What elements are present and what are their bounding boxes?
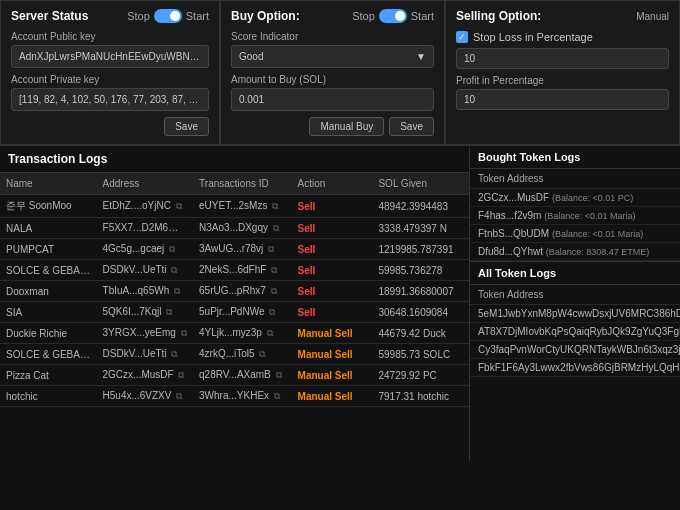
- token-address: FbkF1F6Ay3Lwwx2fbVws86GjBRMzHyLQqHcH5miB: [478, 362, 680, 373]
- cell-address: DSDkV...UeTti ⧉: [97, 344, 194, 365]
- copy-icon[interactable]: ⧉: [174, 286, 180, 296]
- server-status-title: Server Status: [11, 9, 88, 23]
- score-indicator-label: Score Indicator: [231, 31, 434, 42]
- cell-sol: 59985.736278: [372, 260, 469, 281]
- all-token-list: 5eM1JwbYxnM8pW4cwwDsxjUV6MRC386hDX3fAiAT…: [470, 305, 680, 377]
- all-token-logs: All Token Logs Token Address 5eM1JwbYxnM…: [470, 262, 680, 461]
- server-toggle[interactable]: [154, 9, 182, 23]
- copy-icon[interactable]: ⧉: [182, 223, 188, 233]
- all-token-col-header: Token Address: [470, 285, 680, 305]
- table-row: PUMPCAT 4Gc5g...gcaej ⧉ 3AwUG...r78vj ⧉ …: [0, 239, 469, 260]
- manual-buy-button[interactable]: Manual Buy: [309, 117, 384, 136]
- token-balance: (Balance: <0.01 Maria): [552, 229, 643, 239]
- copy-icon[interactable]: ⧉: [178, 370, 184, 380]
- stop-loss-input[interactable]: 10: [456, 48, 669, 69]
- buy-btn-row: Manual Buy Save: [231, 117, 434, 136]
- server-status-panel: Server Status Stop Start Account Public …: [0, 0, 220, 145]
- buy-save-button[interactable]: Save: [389, 117, 434, 136]
- buy-start-label: Start: [411, 10, 434, 22]
- stop-loss-checkbox[interactable]: ✓: [456, 31, 468, 43]
- copy-icon[interactable]: ⧉: [276, 370, 282, 380]
- cell-name: 준무 SoonMoo: [0, 195, 97, 218]
- copy-icon[interactable]: ⧉: [267, 328, 273, 338]
- cell-sol: 3338.479397 N: [372, 218, 469, 239]
- copy-icon[interactable]: ⧉: [268, 244, 274, 254]
- transaction-logs-panel: Transaction Logs Name Address Transactio…: [0, 146, 470, 461]
- cell-txid: eUYET...2sMzs ⧉: [193, 195, 292, 218]
- server-toggle-group[interactable]: Stop Start: [127, 9, 209, 23]
- profit-input[interactable]: 10: [456, 89, 669, 110]
- buy-option-header: Buy Option: Stop Start: [231, 9, 434, 23]
- token-balance: (Balance: <0.01 PC): [552, 193, 633, 203]
- transaction-table-container[interactable]: Name Address Transactions ID Action SOL …: [0, 173, 469, 460]
- cell-sol: 30648.1609084: [372, 302, 469, 323]
- col-txid: Transactions ID: [193, 173, 292, 195]
- table-header-row: Name Address Transactions ID Action SOL …: [0, 173, 469, 195]
- copy-icon[interactable]: ⧉: [176, 201, 182, 211]
- col-action: Action: [292, 173, 373, 195]
- bought-token-title: Bought Token Logs: [470, 146, 680, 169]
- buy-toggle-group[interactable]: Stop Start: [352, 9, 434, 23]
- score-value: Good: [239, 51, 263, 62]
- private-key-value[interactable]: [119, 82, 4, 102, 50, 176, 77, 203, 87, …: [11, 88, 209, 111]
- copy-icon[interactable]: ⧉: [259, 349, 265, 359]
- cell-txid: 3Whra...YKHEx ⧉: [193, 386, 292, 407]
- all-token-item: FbkF1F6Ay3Lwwx2fbVws86GjBRMzHyLQqHcH5miB: [470, 359, 680, 377]
- bought-token-col-header: Token Address: [470, 169, 680, 189]
- server-save-button[interactable]: Save: [164, 117, 209, 136]
- copy-icon[interactable]: ⧉: [171, 265, 177, 275]
- cell-action: Sell: [292, 260, 373, 281]
- chevron-down-icon: ▼: [416, 51, 426, 62]
- cell-action: Sell: [292, 195, 373, 218]
- cell-address: 3YRGX...yeEmg ⧉: [97, 323, 194, 344]
- copy-icon[interactable]: ⧉: [176, 391, 182, 401]
- copy-icon[interactable]: ⧉: [169, 244, 175, 254]
- bought-token-logs: Bought Token Logs Token Address 2GCzx...…: [470, 146, 680, 262]
- cell-action: Manual Sell: [292, 323, 373, 344]
- public-key-label: Account Public key: [11, 31, 209, 42]
- copy-icon[interactable]: ⧉: [272, 201, 278, 211]
- cell-sol: 18991.36680007: [372, 281, 469, 302]
- public-key-value[interactable]: AdnXJpLwrsPMaNUcHnEEwDyuWBNFWcII: [11, 45, 209, 68]
- cell-txid: 5uPjr...PdNWe ⧉: [193, 302, 292, 323]
- col-sol: SOL Given: [372, 173, 469, 195]
- amount-value[interactable]: 0.001: [231, 88, 434, 111]
- cell-txid: 4zrkQ...iTol5 ⧉: [193, 344, 292, 365]
- copy-icon[interactable]: ⧉: [181, 328, 187, 338]
- table-row: 준무 SoonMoo EtDhZ....oYjNC ⧉ eUYET...2sMz…: [0, 195, 469, 218]
- cell-txid: 65rUG...pRhx7 ⧉: [193, 281, 292, 302]
- all-token-title: All Token Logs: [470, 262, 680, 285]
- cell-txid: 3AwUG...r78vj ⧉: [193, 239, 292, 260]
- cell-name: PUMPCAT: [0, 239, 97, 260]
- all-token-item: AT8X7DjMIovbKqPsQaiqRybJQk9ZgYuQ3FgMRklu: [470, 323, 680, 341]
- copy-icon[interactable]: ⧉: [271, 286, 277, 296]
- score-select[interactable]: Good ▼: [231, 45, 434, 68]
- copy-icon[interactable]: ⧉: [273, 223, 279, 233]
- copy-icon[interactable]: ⧉: [269, 307, 275, 317]
- stop-loss-row: ✓ Stop Loss in Percentage: [456, 31, 669, 43]
- bought-token-item: Dfu8d...QYhwt (Balance: 8308.47 ETME): [470, 243, 680, 261]
- col-address: Address: [97, 173, 194, 195]
- cell-name: SOLCE & GEBANA: [0, 344, 97, 365]
- table-row: Pizza Cat 2GCzx...MusDF ⧉ q28RV...AXamB …: [0, 365, 469, 386]
- col-name: Name: [0, 173, 97, 195]
- stop-label: Stop: [127, 10, 150, 22]
- cell-action: Sell: [292, 218, 373, 239]
- all-token-item: 5eM1JwbYxnM8pW4cwwDsxjUV6MRC386hDX3fAi: [470, 305, 680, 323]
- transaction-logs-title: Transaction Logs: [0, 146, 469, 173]
- selling-option-panel: Selling Option: Manual ✓ Stop Loss in Pe…: [445, 0, 680, 145]
- table-row: NALA F5XX7...D2M6W ⧉ N3Ao3...DXgqy ⧉ Sel…: [0, 218, 469, 239]
- cell-address: F5XX7...D2M6W ⧉: [97, 218, 194, 239]
- token-address: Dfu8d...QYhwt: [478, 246, 543, 257]
- copy-icon[interactable]: ⧉: [166, 307, 172, 317]
- buy-option-panel: Buy Option: Stop Start Score Indicator G…: [220, 0, 445, 145]
- selling-option-header: Selling Option: Manual: [456, 9, 669, 23]
- copy-icon[interactable]: ⧉: [271, 265, 277, 275]
- cell-address: DSDkV...UeTti ⧉: [97, 260, 194, 281]
- start-label: Start: [186, 10, 209, 22]
- buy-toggle[interactable]: [379, 9, 407, 23]
- copy-icon[interactable]: ⧉: [171, 349, 177, 359]
- cell-action: Sell: [292, 239, 373, 260]
- bought-token-item: 2GCzx...MusDF (Balance: <0.01 PC): [470, 189, 680, 207]
- copy-icon[interactable]: ⧉: [274, 391, 280, 401]
